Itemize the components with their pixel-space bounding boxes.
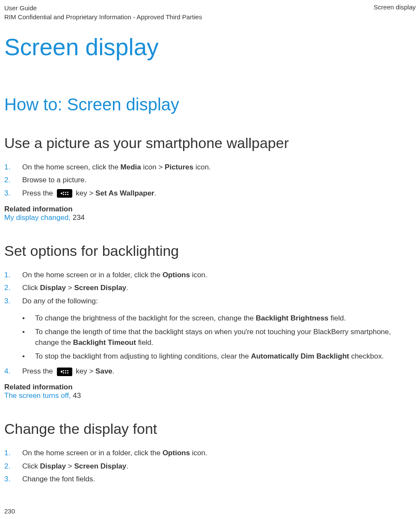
section-heading-howto: How to: Screen display xyxy=(4,95,416,114)
steps-list: On the home screen or in a folder, click… xyxy=(4,270,416,307)
bullet-text: checkbox. xyxy=(349,352,384,360)
subsection-title: Change the display font xyxy=(4,421,416,437)
menu-key-icon xyxy=(57,189,72,198)
related-page: 234 xyxy=(73,214,85,222)
bullet-text: To change the brightness of the backligh… xyxy=(35,314,256,322)
step-text: Press the xyxy=(22,367,55,375)
step-item: Click Display > Screen Display. xyxy=(4,461,416,472)
step-text: On the home screen or in a folder, click… xyxy=(22,449,163,457)
page-number: 230 xyxy=(4,507,15,515)
step-bold: Pictures xyxy=(165,163,193,171)
section-display-font: Change the display font On the home scre… xyxy=(4,421,416,485)
section-wallpaper: Use a picture as your smartphone wallpap… xyxy=(4,135,416,222)
step-bold: Options xyxy=(163,449,190,457)
step-item: On the home screen or in a folder, click… xyxy=(4,270,416,281)
bullet-item: To change the brightness of the backligh… xyxy=(22,313,416,324)
bullet-item: To change the length of time that the ba… xyxy=(22,326,416,348)
step-text: key > xyxy=(74,189,96,197)
page-title: Screen display xyxy=(4,33,416,61)
related-page: 43 xyxy=(73,391,81,400)
step-text: On the home screen or in a folder, click… xyxy=(22,271,163,279)
step-text: icon. xyxy=(190,449,207,457)
subsection-title: Set options for backlighting xyxy=(4,243,416,259)
steps-list: On the home screen, click the Media icon… xyxy=(4,162,416,199)
bullet-text: field. xyxy=(328,314,346,322)
step-item: On the home screen or in a folder, click… xyxy=(4,448,416,459)
bullet-bold: Backlight Timeout xyxy=(73,338,136,347)
step-item: Browse to a picture. xyxy=(4,175,416,186)
step-text: Press the xyxy=(22,189,55,197)
menu-key-icon xyxy=(57,368,72,376)
section-backlighting: Set options for backlighting On the home… xyxy=(4,243,416,400)
step-text: icon > xyxy=(141,163,165,171)
header-left: User Guide RIM Confidential and Propriet… xyxy=(4,3,202,21)
bullet-bold: Automatically Dim Backlight xyxy=(251,352,349,360)
related-link[interactable]: My display changed, xyxy=(4,214,73,222)
step-item: Press the key > Set As Wallpaper. xyxy=(4,188,416,199)
step-item: Change the font fields. xyxy=(4,474,416,485)
steps-list-cont: Press the key > Save. xyxy=(4,366,416,377)
step-item: Do any of the following: xyxy=(4,296,416,307)
step-text: . xyxy=(126,462,128,470)
step-bold: Media xyxy=(121,163,141,171)
step-item: On the home screen, click the Media icon… xyxy=(4,162,416,173)
related-link[interactable]: The screen turns off, xyxy=(4,391,73,400)
related-link-row: My display changed, 234 xyxy=(4,214,416,222)
step-bold: Save xyxy=(95,367,112,375)
step-text: icon. xyxy=(190,271,207,279)
step-bold: Display xyxy=(40,462,66,470)
step-bold: Display xyxy=(40,284,66,292)
step-text: > xyxy=(66,462,74,470)
bullet-bold: Backlight Brightness xyxy=(256,314,328,322)
step-bold: Options xyxy=(163,271,190,279)
step-bold: Screen Display xyxy=(74,462,126,470)
step-bold: Screen Display xyxy=(74,284,126,292)
bullet-list: To change the brightness of the backligh… xyxy=(22,313,416,362)
header-section-name: Screen display xyxy=(374,3,416,21)
related-info-label: Related information xyxy=(4,205,416,214)
page-header: User Guide RIM Confidential and Propriet… xyxy=(4,3,416,21)
step-text: On the home screen, click the xyxy=(22,163,121,171)
step-bold: Set As Wallpaper xyxy=(95,189,154,197)
step-item: Press the key > Save. xyxy=(4,366,416,377)
bullet-text: To stop the backlight from adjusting to … xyxy=(35,352,251,360)
step-text: . xyxy=(126,284,128,292)
step-text: Click xyxy=(22,462,40,470)
subsection-title: Use a picture as your smartphone wallpap… xyxy=(4,135,416,151)
step-item: Click Display > Screen Display. xyxy=(4,282,416,294)
bullet-item: To stop the backlight from adjusting to … xyxy=(22,351,416,362)
step-text: key > xyxy=(74,367,96,375)
steps-list: On the home screen or in a folder, click… xyxy=(4,448,416,485)
header-doc-title: User Guide xyxy=(4,3,202,12)
step-text: Click xyxy=(22,284,40,292)
step-text: > xyxy=(66,284,74,292)
bullet-text: field. xyxy=(136,338,154,347)
step-text: . xyxy=(112,367,115,375)
related-info-label: Related information xyxy=(4,383,416,391)
related-link-row: The screen turns off, 43 xyxy=(4,391,416,400)
header-confidential: RIM Confidential and Proprietary Informa… xyxy=(4,12,202,21)
step-text: . xyxy=(154,189,157,197)
step-text: icon. xyxy=(193,163,211,171)
